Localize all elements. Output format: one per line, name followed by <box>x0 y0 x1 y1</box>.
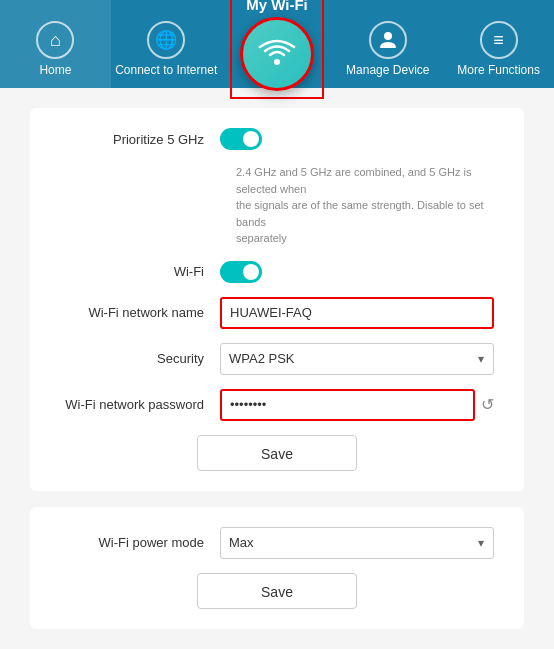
content-area: Prioritize 5 GHz 2.4 GHz and 5 GHz are c… <box>0 88 554 649</box>
network-name-label: Wi-Fi network name <box>60 305 220 320</box>
wifi-toggle-row: Wi-Fi <box>60 261 494 283</box>
password-input-wrapper: ↺ <box>220 389 494 421</box>
user-icon <box>369 21 407 59</box>
security-select-wrapper: WPA2 PSK WPA PSK None ▾ <box>220 343 494 375</box>
security-label: Security <box>60 351 220 366</box>
nav-label-more: More Functions <box>457 63 540 77</box>
prioritize5ghz-desc: 2.4 GHz and 5 GHz are combined, and 5 GH… <box>236 164 494 247</box>
power-mode-row: Wi-Fi power mode Max Medium Low ▾ <box>60 527 494 559</box>
svg-point-0 <box>274 59 280 65</box>
prioritize5ghz-row: Prioritize 5 GHz <box>60 128 494 150</box>
eye-refresh-icon[interactable]: ↺ <box>481 395 494 414</box>
power-mode-select-wrapper: Max Medium Low ▾ <box>220 527 494 559</box>
nav-item-manage[interactable]: Manage Device <box>332 0 443 88</box>
power-mode-section: Wi-Fi power mode Max Medium Low ▾ Save <box>30 507 524 629</box>
security-row: Security WPA2 PSK WPA PSK None ▾ <box>60 343 494 375</box>
nav-item-mywifi[interactable]: My Wi-Fi <box>222 0 333 88</box>
network-name-row: Wi-Fi network name <box>60 297 494 329</box>
password-input[interactable] <box>220 389 475 421</box>
nav-label-connect: Connect to Internet <box>115 63 217 77</box>
password-label: Wi-Fi network password <box>60 397 220 412</box>
password-row: Wi-Fi network password ↺ <box>60 389 494 421</box>
mywifi-label: My Wi-Fi <box>246 0 308 13</box>
prioritize5ghz-label: Prioritize 5 GHz <box>60 132 220 147</box>
wifi-icon <box>257 34 297 74</box>
power-mode-select[interactable]: Max Medium Low <box>220 527 494 559</box>
svg-point-1 <box>384 32 392 40</box>
mywifi-circle <box>240 17 314 91</box>
mywifi-outer: My Wi-Fi <box>230 0 324 99</box>
network-name-input[interactable] <box>220 297 494 329</box>
save-button-2[interactable]: Save <box>197 573 357 609</box>
nav-bar: ⌂ Home 🌐 Connect to Internet My Wi-Fi <box>0 0 554 88</box>
prioritize5ghz-toggle[interactable] <box>220 128 262 150</box>
home-icon: ⌂ <box>36 21 74 59</box>
nav-item-more[interactable]: ≡ More Functions <box>443 0 554 88</box>
wifi-settings-section: Prioritize 5 GHz 2.4 GHz and 5 GHz are c… <box>30 108 524 491</box>
security-select[interactable]: WPA2 PSK WPA PSK None <box>220 343 494 375</box>
nav-label-home: Home <box>39 63 71 77</box>
nav-item-connect[interactable]: 🌐 Connect to Internet <box>111 0 222 88</box>
wifi-label: Wi-Fi <box>60 264 220 279</box>
nav-item-home[interactable]: ⌂ Home <box>0 0 111 88</box>
nav-label-manage: Manage Device <box>346 63 429 77</box>
menu-icon: ≡ <box>480 21 518 59</box>
globe-icon: 🌐 <box>147 21 185 59</box>
wifi-toggle[interactable] <box>220 261 262 283</box>
save-button-1[interactable]: Save <box>197 435 357 471</box>
power-mode-label: Wi-Fi power mode <box>60 535 220 550</box>
mywifi-red-box: My Wi-Fi <box>230 0 324 99</box>
